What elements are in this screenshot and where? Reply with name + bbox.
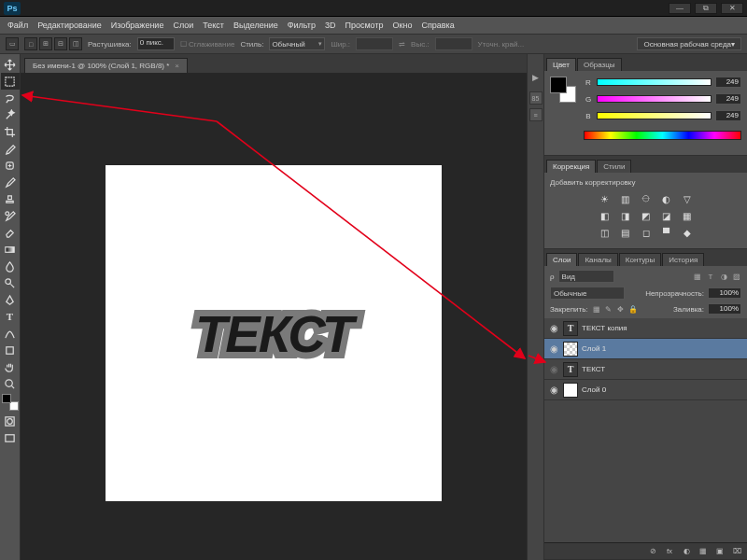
close-tab-icon[interactable]: ×: [175, 62, 179, 70]
adj-selcolor-icon[interactable]: ◆: [680, 226, 695, 239]
value-r[interactable]: 249: [715, 77, 741, 88]
stamp-tool[interactable]: [1, 190, 20, 207]
filter-shape-icon[interactable]: ▨: [732, 272, 741, 281]
slider-g[interactable]: [597, 95, 712, 103]
visibility-icon[interactable]: ◉: [548, 385, 559, 396]
quick-mask-icon[interactable]: [1, 413, 20, 429]
wand-tool[interactable]: [1, 106, 20, 123]
height-input[interactable]: [435, 37, 472, 50]
type-tool[interactable]: T: [1, 308, 20, 325]
delete-layer-icon[interactable]: ⌧: [730, 546, 743, 557]
close-button[interactable]: ✕: [721, 3, 743, 14]
new-layer-icon[interactable]: ▣: [713, 546, 726, 557]
eyedropper-tool[interactable]: [1, 140, 20, 157]
visibility-icon[interactable]: ◉: [548, 343, 559, 355]
layer-name[interactable]: ТЕКСТ: [582, 365, 605, 373]
dodge-tool[interactable]: [1, 274, 20, 291]
menu-window[interactable]: Окно: [389, 19, 416, 32]
hue-bar[interactable]: [584, 131, 741, 140]
layer-row[interactable]: ◉ T ТЕКСТ копия: [544, 318, 747, 339]
filter-adj-icon[interactable]: ◑: [719, 272, 728, 281]
screen-mode-icon[interactable]: [1, 429, 20, 446]
lock-pixel-icon[interactable]: ✎: [604, 304, 613, 314]
adj-lookup-icon[interactable]: ▦: [680, 209, 695, 222]
panel-collapse-icon[interactable]: ▶: [532, 73, 539, 82]
hand-tool[interactable]: [1, 358, 20, 375]
adj-threshold-icon[interactable]: ◻: [639, 226, 654, 239]
layer-name[interactable]: Слой 0: [582, 385, 606, 394]
dock-icon-2[interactable]: ≡: [529, 108, 543, 121]
document-tab[interactable]: Без имени-1 @ 100% (Слой 1, RGB/8) * ×: [24, 58, 188, 73]
menu-image[interactable]: Изображение: [107, 19, 168, 32]
blur-tool[interactable]: [1, 258, 20, 274]
dock-icon-1[interactable]: 85: [529, 91, 543, 105]
blend-mode-select[interactable]: Обычные: [550, 287, 625, 300]
slider-b[interactable]: [597, 112, 712, 119]
adj-invert-icon[interactable]: ◫: [598, 226, 613, 239]
adj-gradmap-icon[interactable]: ▀: [659, 226, 674, 239]
menu-layer[interactable]: Слои: [169, 19, 197, 32]
tab-layers[interactable]: Слои: [546, 253, 577, 266]
menu-help[interactable]: Справка: [417, 19, 458, 32]
feather-input[interactable]: 0 пикс.: [137, 37, 175, 50]
layer-row[interactable]: ◉ T ТЕКСТ: [544, 359, 747, 380]
lock-pos-icon[interactable]: ✥: [616, 304, 626, 314]
tab-adjustments[interactable]: Коррекция: [546, 160, 596, 173]
layer-name[interactable]: ТЕКСТ копия: [582, 324, 627, 332]
canvas[interactable]: ТЕКСТ ТЕКСТ: [106, 165, 442, 501]
menu-select[interactable]: Выделение: [230, 19, 282, 32]
tool-preset-icon[interactable]: ▭: [6, 37, 19, 50]
color-swatches[interactable]: [550, 77, 576, 103]
filter-pixel-icon[interactable]: ▦: [693, 272, 702, 281]
menu-3d[interactable]: 3D: [321, 19, 340, 32]
fill-input[interactable]: 100%: [708, 303, 741, 315]
heal-tool[interactable]: [1, 157, 20, 174]
layer-fx-icon[interactable]: fx: [663, 546, 676, 557]
workspace-select[interactable]: Основная рабочая среда ▾: [637, 37, 741, 50]
shape-tool[interactable]: [1, 342, 20, 358]
restore-button[interactable]: ⧉: [695, 3, 717, 14]
tab-channels[interactable]: Каналы: [578, 253, 617, 266]
value-g[interactable]: 249: [715, 93, 741, 105]
tab-color[interactable]: Цвет: [546, 58, 576, 71]
color-swatch[interactable]: [2, 394, 19, 411]
adj-levels-icon[interactable]: ▥: [618, 192, 633, 205]
value-b[interactable]: 249: [715, 110, 741, 121]
link-layers-icon[interactable]: ⊘: [646, 546, 659, 557]
adj-brightness-icon[interactable]: ☀: [598, 192, 613, 205]
adj-curves-icon[interactable]: ⦵: [639, 192, 654, 205]
minimize-button[interactable]: —: [669, 3, 691, 14]
menu-view[interactable]: Просмотр: [341, 19, 387, 32]
menu-type[interactable]: Текст: [199, 19, 228, 32]
menu-filter[interactable]: Фильтр: [284, 19, 319, 32]
new-fill-icon[interactable]: ▦: [697, 546, 710, 557]
layer-row[interactable]: ◉ Слой 1: [544, 339, 747, 359]
adj-photo-icon[interactable]: ◩: [639, 209, 654, 222]
selection-intersect-icon[interactable]: ◫: [69, 37, 82, 50]
adj-mixer-icon[interactable]: ◪: [659, 209, 674, 222]
eraser-tool[interactable]: [1, 224, 20, 241]
gradient-tool[interactable]: [1, 241, 20, 258]
refine-edge-button[interactable]: Уточн. край...: [478, 40, 525, 49]
filter-kind-select[interactable]: Вид: [558, 270, 614, 283]
lasso-tool[interactable]: [1, 90, 20, 106]
menu-edit[interactable]: Редактирование: [34, 19, 106, 32]
style-select[interactable]: Обычный: [269, 37, 325, 50]
move-tool[interactable]: [1, 56, 20, 73]
selection-add-icon[interactable]: ⊞: [39, 37, 52, 50]
tab-history[interactable]: История: [662, 253, 704, 266]
menu-file[interactable]: Файл: [4, 19, 32, 32]
layer-row[interactable]: ◉ Слой 0: [544, 380, 747, 400]
tab-styles[interactable]: Стили: [597, 160, 631, 173]
visibility-icon[interactable]: ◉: [548, 364, 559, 375]
link-wh-icon[interactable]: ⇌: [399, 40, 405, 49]
tab-paths[interactable]: Контуры: [619, 253, 661, 266]
adj-exposure-icon[interactable]: ◐: [659, 192, 674, 205]
slider-r[interactable]: [597, 78, 712, 86]
crop-tool[interactable]: [1, 123, 20, 140]
adj-poster-icon[interactable]: ▤: [618, 226, 633, 239]
adj-vibrance-icon[interactable]: ▽: [680, 192, 695, 205]
adj-hue-icon[interactable]: ◧: [598, 209, 613, 222]
brush-tool[interactable]: [1, 174, 20, 190]
antialias-checkbox[interactable]: ☐ Сглаживание: [180, 40, 235, 49]
